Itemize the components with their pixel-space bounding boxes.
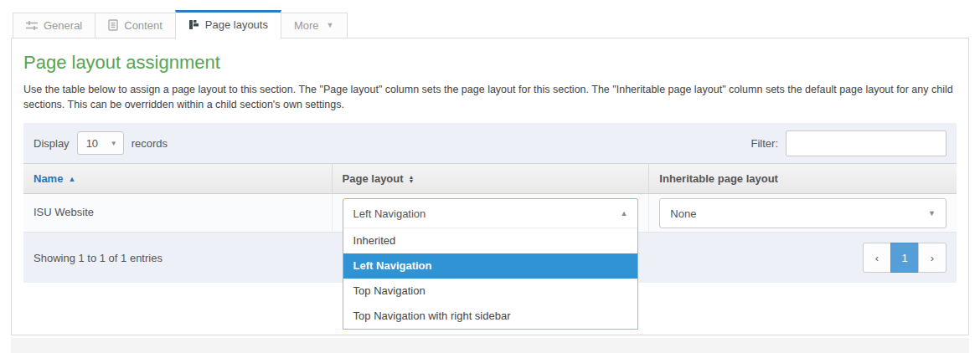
inheritable-page-layout-cell: None ▼	[648, 194, 957, 232]
records-label: records	[132, 137, 168, 150]
display-records-value: 10	[86, 137, 98, 150]
column-header-inheritable-page-layout[interactable]: Inheritable page layout	[648, 164, 957, 193]
column-header-page-layout[interactable]: Page layout ▲▼	[332, 164, 649, 193]
tab-page-layouts[interactable]: Page layouts	[175, 10, 281, 39]
dropdown-option-left-navigation[interactable]: Left Navigation	[343, 253, 638, 279]
display-records-group: Display 10 ▼ records	[34, 131, 168, 155]
display-label: Display	[34, 137, 70, 150]
chevron-left-icon: ‹	[875, 252, 879, 264]
sort-both-icon: ▲▼	[409, 175, 415, 183]
page-layout-select-open: Left Navigation ▲ Inherited Left Navigat…	[343, 198, 639, 330]
tab-general[interactable]: General	[13, 13, 95, 38]
tab-label: Page layouts	[205, 18, 268, 31]
page-layout-cell: Left Navigation ▲ Inherited Left Navigat…	[332, 194, 649, 232]
tab-label: More	[294, 19, 319, 32]
pagination-page-1-button[interactable]: 1	[890, 243, 919, 273]
caret-up-icon: ▲	[620, 209, 627, 217]
chevron-right-icon: ›	[931, 252, 934, 264]
name-cell: ISU Website	[23, 194, 332, 232]
tab-more[interactable]: More ▼	[281, 13, 348, 38]
page-description: Use the table below to assign a page lay…	[23, 82, 957, 112]
selected-page-layout: Left Navigation	[353, 207, 426, 220]
caret-down-icon: ▼	[111, 140, 117, 147]
page-layout-select[interactable]: Left Navigation ▲	[343, 199, 638, 228]
next-section-strip	[11, 338, 969, 353]
sliders-icon	[26, 20, 38, 31]
document-icon	[108, 19, 118, 31]
caret-down-icon: ▼	[327, 21, 334, 29]
column-header-name[interactable]: Name ▲	[23, 164, 332, 193]
pagination-next-button[interactable]: ›	[918, 243, 946, 273]
page-title: Page layout assignment	[23, 52, 957, 74]
table-row: ISU Website Left Navigation ▲ Inherited …	[23, 194, 957, 233]
pagination-prev-button[interactable]: ‹	[863, 243, 891, 273]
column-label: Page layout	[343, 172, 404, 185]
table-toolbar: Display 10 ▼ records Filter:	[23, 123, 957, 163]
page-layouts-icon	[188, 19, 199, 30]
tab-label: General	[44, 19, 82, 32]
tab-bar: General Content Page layouts More ▼	[13, 10, 348, 38]
dropdown-option-top-navigation[interactable]: Top Navigation	[343, 279, 638, 304]
dropdown-option-inherited[interactable]: Inherited	[343, 228, 638, 253]
section-name: ISU Website	[34, 206, 94, 218]
display-records-select[interactable]: 10 ▼	[77, 131, 124, 155]
filter-group: Filter:	[751, 130, 947, 156]
selected-inheritable-layout: None	[670, 207, 696, 220]
table-header-row: Name ▲ Page layout ▲▼ Inheritable page l…	[23, 163, 957, 194]
tab-label: Content	[124, 19, 162, 32]
page-layout-table-widget: Display 10 ▼ records Filter: Name ▲ Page…	[23, 123, 957, 283]
pagination: ‹ 1 ›	[863, 243, 946, 273]
sort-ascending-icon: ▲	[68, 175, 75, 183]
column-label: Inheritable page layout	[659, 172, 778, 185]
column-label: Name	[34, 172, 63, 185]
page-layouts-panel: Page layout assignment Use the table bel…	[11, 38, 969, 335]
caret-down-icon: ▼	[928, 209, 936, 217]
tab-content[interactable]: Content	[95, 13, 176, 38]
entries-summary: Showing 1 to 1 of 1 entries	[34, 252, 162, 264]
dropdown-option-top-navigation-right-sidebar[interactable]: Top Navigation with right sidebar	[343, 304, 638, 329]
filter-input[interactable]	[786, 130, 946, 156]
page-number: 1	[901, 252, 907, 264]
filter-label: Filter:	[751, 137, 779, 150]
inheritable-page-layout-select[interactable]: None ▼	[659, 198, 946, 228]
